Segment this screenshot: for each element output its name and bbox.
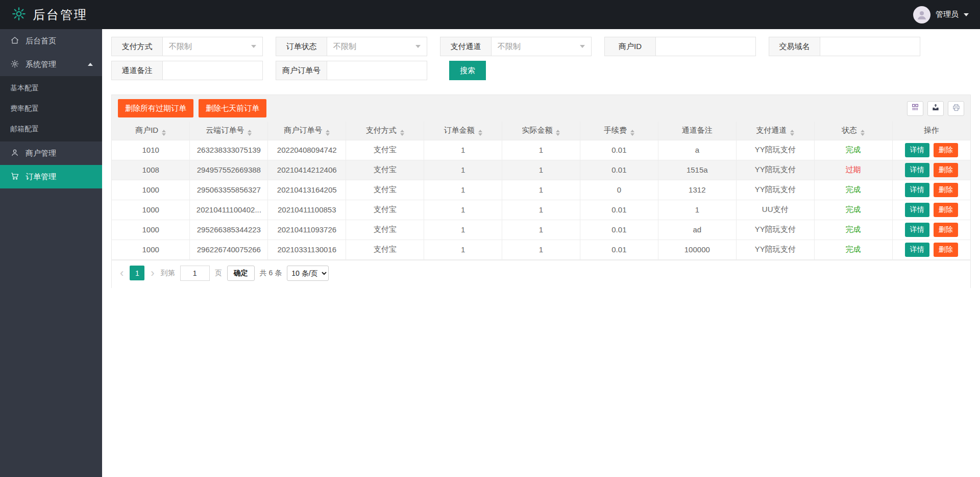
sidebar-item-system[interactable]: 系统管理	[0, 53, 102, 76]
table-row: 100829495755266938820210414212406支付宝110.…	[112, 160, 970, 180]
sort-icon[interactable]	[630, 130, 634, 136]
app-header: 后台管理 管理员	[0, 0, 980, 29]
column-header-5[interactable]: 订单金额	[424, 122, 502, 140]
column-header-8: 通道备注	[658, 122, 736, 140]
table-cell: 支付宝	[346, 140, 424, 160]
sort-icon[interactable]	[326, 130, 330, 136]
table-cell: UU支付	[736, 200, 814, 220]
detail-button[interactable]: 详情	[905, 243, 929, 257]
delete-button[interactable]: 删除	[934, 163, 958, 177]
merchant-id-input[interactable]	[656, 37, 755, 56]
filter-payment-method: 支付方式 不限制	[111, 37, 263, 56]
merchant-order-no-input[interactable]	[327, 61, 427, 80]
column-header-3[interactable]: 商户订单号	[268, 122, 346, 140]
table-cell: YY陪玩支付	[736, 180, 814, 200]
status-badge: 完成	[846, 225, 861, 233]
next-page-button[interactable]: ›	[150, 268, 155, 279]
goto-confirm-button[interactable]: 确定	[227, 266, 255, 281]
sidebar-item-home[interactable]: 后台首页	[0, 29, 102, 53]
table-cell: 1	[502, 240, 580, 259]
delete-button[interactable]: 删除	[934, 183, 958, 197]
actions-cell: 详情删除	[892, 160, 970, 180]
filter-label: 支付通道	[440, 37, 492, 56]
table-cell: 263238333075139	[190, 140, 268, 160]
delete-button[interactable]: 删除	[934, 223, 958, 237]
table-cell: 1	[424, 240, 502, 259]
table-cell: 20210331130016	[268, 240, 346, 259]
sidebar-subitem-rate-config[interactable]: 费率配置	[0, 99, 102, 119]
sort-icon[interactable]	[248, 130, 252, 136]
sidebar-subitem-label: 费率配置	[10, 104, 39, 113]
delete-button[interactable]: 删除	[934, 143, 958, 157]
detail-button[interactable]: 详情	[905, 223, 929, 237]
status-cell: 完成	[814, 140, 892, 160]
columns-toggle-button[interactable]	[907, 101, 923, 116]
table-cell: a	[658, 140, 736, 160]
export-button[interactable]	[927, 101, 944, 116]
user-icon	[10, 148, 19, 159]
table-row: 100029506335585632720210413164205支付宝1101…	[112, 180, 970, 200]
table-cell: 1	[502, 160, 580, 180]
sort-icon[interactable]	[162, 130, 166, 136]
column-header-4[interactable]: 支付方式	[346, 122, 424, 140]
column-header-10[interactable]: 状态	[814, 122, 892, 140]
sidebar-subitem-basic-config[interactable]: 基本配置	[0, 78, 102, 99]
previous-page-button[interactable]: ‹	[119, 268, 125, 279]
table-cell: 100000	[658, 240, 736, 259]
table-cell: 20220408094742	[268, 140, 346, 160]
select-value: 不限制	[169, 42, 192, 52]
delete-week-old-orders-button[interactable]: 删除七天前订单	[199, 99, 266, 117]
status-badge: 过期	[846, 165, 861, 174]
table-cell: 1515a	[658, 160, 736, 180]
sort-icon[interactable]	[861, 130, 865, 136]
sort-icon[interactable]	[790, 130, 794, 136]
column-label: 云端订单号	[206, 126, 244, 134]
page-size-select[interactable]: 10 条/页	[287, 266, 329, 281]
detail-button[interactable]: 详情	[905, 183, 929, 197]
sort-icon[interactable]	[400, 130, 404, 136]
filter-label: 订单状态	[276, 37, 327, 56]
payment-channel-select[interactable]: 不限制	[492, 37, 591, 56]
table-cell: 0	[580, 180, 658, 200]
detail-button[interactable]: 详情	[905, 163, 929, 177]
user-menu[interactable]: 管理员	[913, 6, 969, 23]
table-cell: 支付宝	[346, 220, 424, 240]
column-header-6[interactable]: 实际金额	[502, 122, 580, 140]
filter-label: 交易域名	[769, 37, 820, 56]
sort-icon[interactable]	[478, 130, 482, 136]
goto-page-input[interactable]	[180, 266, 210, 281]
sidebar-subitem-label: 基本配置	[10, 84, 39, 93]
goto-prefix-label: 到第	[161, 269, 175, 278]
order-status-select[interactable]: 不限制	[327, 37, 427, 56]
main-content: 支付方式 不限制 订单状态 不限制 支付通道 不限制	[102, 29, 980, 477]
filter-payment-channel: 支付通道 不限制	[440, 37, 592, 56]
table-cell: 1	[424, 140, 502, 160]
detail-button[interactable]: 详情	[905, 143, 929, 157]
sidebar-item-orders[interactable]: 订单管理	[0, 165, 102, 188]
trade-domain-input[interactable]	[820, 37, 920, 56]
chevron-down-icon	[964, 13, 969, 16]
column-header-7[interactable]: 手续费	[580, 122, 658, 140]
search-button[interactable]: 搜索	[449, 61, 486, 80]
sort-icon[interactable]	[556, 130, 560, 136]
brand: 后台管理	[11, 6, 88, 23]
status-cell: 过期	[814, 160, 892, 180]
filter-order-status: 订单状态 不限制	[276, 37, 427, 56]
channel-remark-input[interactable]	[163, 61, 262, 80]
delete-button[interactable]: 删除	[934, 203, 958, 217]
table-cell: 0.01	[580, 200, 658, 220]
column-header-9[interactable]: 支付通道	[736, 122, 814, 140]
delete-expired-orders-button[interactable]: 删除所有过期订单	[118, 99, 193, 117]
sidebar-subitem-mail-config[interactable]: 邮箱配置	[0, 119, 102, 139]
table-cell: 1008	[112, 160, 190, 180]
print-button[interactable]	[948, 101, 964, 116]
column-header-1[interactable]: 商户ID	[112, 122, 190, 140]
detail-button[interactable]: 详情	[905, 203, 929, 217]
column-header-2[interactable]: 云端订单号	[190, 122, 268, 140]
sidebar-item-merchant[interactable]: 商户管理	[0, 141, 102, 165]
table-cell: 1	[658, 200, 736, 220]
delete-button[interactable]: 删除	[934, 243, 958, 257]
payment-method-select[interactable]: 不限制	[163, 37, 262, 56]
current-page-button[interactable]: 1	[130, 266, 144, 280]
filter-merchant-id: 商户ID	[604, 37, 756, 56]
